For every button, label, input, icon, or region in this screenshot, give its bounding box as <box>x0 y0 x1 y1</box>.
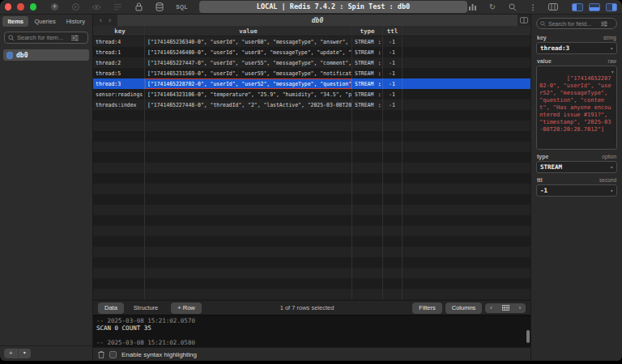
filter-icon[interactable] <box>71 35 79 41</box>
column-header-value[interactable]: value <box>145 26 352 36</box>
tab-db0[interactable]: db0 <box>117 15 518 26</box>
empty-table-row <box>93 226 530 236</box>
console-line: SCAN 0 COUNT 35 <box>96 324 527 332</box>
inspector-search-input[interactable] <box>548 21 599 27</box>
empty-table-row <box>93 110 530 121</box>
database-icon[interactable] <box>155 2 164 12</box>
sidebar-item-db0[interactable]: db0 <box>3 49 89 61</box>
connection-icon[interactable] <box>49 2 59 12</box>
page-forward-button[interactable]: › <box>514 303 526 313</box>
type-stepper-icon[interactable]: ▴▾ <box>378 92 381 97</box>
empty-table-row <box>93 173 530 184</box>
table-row[interactable]: thread:5["1741465231569-0", "userId", "u… <box>93 68 530 78</box>
console-bottom-bar: Enable syntax highlighting <box>93 347 530 361</box>
filters-button[interactable]: Filters <box>412 303 441 314</box>
toggle-left-panel-icon[interactable] <box>572 3 583 11</box>
field-ttl-select[interactable]: -1 ▾ <box>536 184 617 197</box>
chevron-down-icon: ▾ <box>610 188 613 193</box>
nav-forward-button[interactable]: › <box>109 16 111 24</box>
sidebar-search-input[interactable] <box>17 34 69 41</box>
column-header-type[interactable]: type <box>352 26 383 36</box>
trash-icon[interactable] <box>98 350 104 358</box>
type-stepper-icon[interactable]: ▴▾ <box>378 103 381 108</box>
table-header: key value type ttl <box>93 26 530 36</box>
tab-data[interactable]: Data <box>98 303 124 314</box>
table-row[interactable]: sensor:readings["1741464323106-0", "temp… <box>93 89 530 99</box>
sidebar-search[interactable] <box>4 32 88 44</box>
search-icon <box>540 21 546 27</box>
sidebar-tab-items[interactable]: Items <box>2 16 28 27</box>
lock-icon[interactable] <box>134 2 143 12</box>
run-icon[interactable] <box>70 2 80 12</box>
chevron-down-icon[interactable]: ▾ <box>611 68 614 75</box>
console-scrollbar[interactable] <box>526 330 530 343</box>
nav-back-button[interactable]: ‹ <box>100 16 102 24</box>
search-icon <box>8 35 15 41</box>
minimize-window-button[interactable] <box>17 3 23 11</box>
eye-icon[interactable] <box>92 2 101 12</box>
field-ttl-unit: second <box>599 177 616 183</box>
search-icon[interactable] <box>508 2 518 12</box>
empty-table-row <box>93 184 530 194</box>
table-row[interactable]: thread:4["1741465236340-0", "userId", "u… <box>93 36 530 47</box>
empty-table-row <box>93 121 530 131</box>
chevron-down-icon: ▾ <box>610 45 613 51</box>
main-area: ‹ › db0 key value type ttl thread:4["174… <box>93 15 530 361</box>
tab-overview-icon[interactable] <box>548 2 558 12</box>
empty-table-row <box>93 152 530 163</box>
inspector-search[interactable] <box>536 18 617 29</box>
syntax-highlighting-label: Enable syntax highlighting <box>121 351 197 358</box>
database-icon <box>6 52 13 59</box>
field-type-label: type <box>537 154 548 159</box>
sidebar-item-label: db0 <box>16 52 28 59</box>
table-row[interactable]: threads:index["1741465227448-0", "thread… <box>93 99 530 110</box>
console-line <box>96 332 527 339</box>
more-icon[interactable]: ⋮ <box>528 2 538 12</box>
table-row[interactable]: thread:3["1741465228702-0", "userId", "u… <box>93 78 530 89</box>
empty-table-row <box>93 257 530 268</box>
field-value-editor[interactable]: ["1741465228702-0", "userId", "user52", … <box>536 66 617 150</box>
refresh-icon[interactable]: ↻ <box>488 2 497 12</box>
columns-button[interactable]: Columns <box>445 303 483 314</box>
field-key-type: string <box>603 35 616 40</box>
page-back-button[interactable]: ‹ <box>485 303 496 313</box>
table-row[interactable]: thread:2["1741465227447-0", "userId", "u… <box>93 57 530 68</box>
empty-table-row <box>93 205 530 215</box>
tab-structure[interactable]: Structure <box>127 303 164 314</box>
add-row-button[interactable]: + Row <box>171 303 201 314</box>
sidebar-bottom-bar: + ▾ <box>0 345 92 361</box>
field-value-label: value <box>537 58 552 64</box>
toggle-right-panel-icon[interactable] <box>606 3 617 11</box>
sql-badge: SQL <box>176 4 188 10</box>
titlebar: SQL LOCAL | Redis 7.4.2 : Spin Test : db… <box>0 0 622 15</box>
bottom-toolbar: Data Structure + Row 1 of 7 rows selecte… <box>93 300 530 315</box>
filter-icon[interactable] <box>601 21 607 27</box>
empty-table-row <box>93 194 530 205</box>
chart-icon[interactable] <box>467 2 477 12</box>
toggle-bottom-panel-icon[interactable] <box>589 3 600 11</box>
empty-table-row <box>93 289 530 299</box>
edit-list-icon[interactable] <box>113 2 122 12</box>
table-row[interactable]: thread:1["1741465246400-0", "userId", "u… <box>93 47 530 57</box>
add-item-menu-button[interactable]: ▾ <box>18 349 31 358</box>
type-stepper-icon[interactable]: ▴▾ <box>378 82 381 87</box>
type-stepper-icon[interactable]: ▴▾ <box>378 40 381 44</box>
add-item-button[interactable]: + <box>4 349 18 358</box>
column-header-ttl[interactable]: ttl <box>383 26 403 36</box>
field-key-select[interactable]: thread:3 ▾ <box>536 42 617 54</box>
field-type-kind: option <box>602 154 616 159</box>
query-console[interactable]: -- 2025-03-08 15:21:02.0570SCAN 0 COUNT … <box>93 315 530 347</box>
type-stepper-icon[interactable]: ▴▾ <box>378 50 381 55</box>
empty-table-row <box>93 131 530 142</box>
sidebar-tab-history[interactable]: History <box>62 16 90 27</box>
zoom-window-button[interactable] <box>30 3 36 11</box>
type-stepper-icon[interactable]: ▴▾ <box>378 61 381 66</box>
syntax-highlighting-checkbox[interactable] <box>109 351 117 358</box>
page-grid-icon[interactable] <box>497 303 514 313</box>
type-stepper-icon[interactable]: ▴▾ <box>378 71 381 76</box>
column-header-key[interactable]: key <box>93 26 145 36</box>
toggle-inspector-icon[interactable] <box>518 15 530 26</box>
close-window-button[interactable] <box>5 3 11 11</box>
sidebar-tab-queries[interactable]: Queries <box>29 16 60 27</box>
field-type-select[interactable]: STREAM ▾ <box>536 161 617 173</box>
